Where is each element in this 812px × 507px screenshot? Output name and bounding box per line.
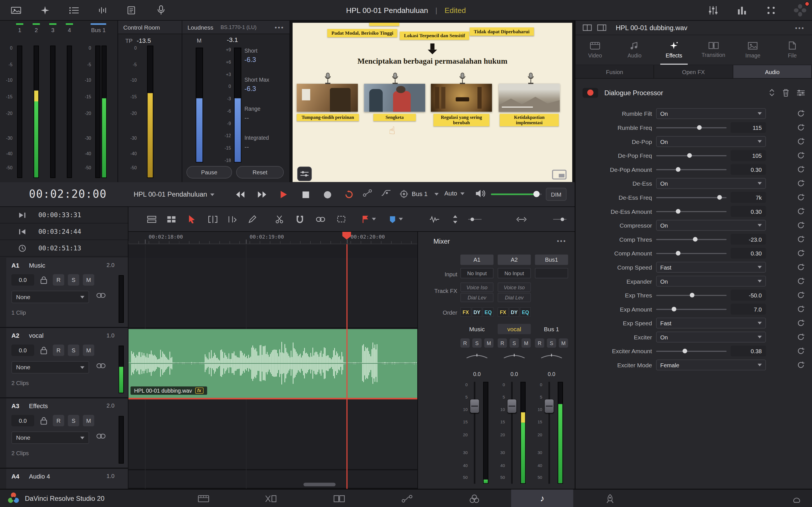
fast-forward-button[interactable] [256, 188, 268, 201]
mixer-options-icon[interactable]: ••• [557, 237, 566, 245]
zoom-slider-icon[interactable] [468, 212, 481, 226]
fader-knob[interactable] [545, 399, 553, 413]
snap-magnet-icon[interactable] [293, 212, 307, 226]
arm-button[interactable]: R [53, 344, 64, 356]
strip-M[interactable]: M [484, 338, 493, 348]
param-value[interactable]: 0.30 [731, 248, 766, 259]
param-select[interactable]: Fast [656, 262, 766, 273]
tab-file[interactable]: File [772, 35, 812, 65]
plugin-enable-toggle[interactable] [582, 88, 598, 98]
param-slider[interactable] [656, 155, 726, 156]
reset-icon[interactable] [797, 221, 805, 229]
pause-button[interactable]: Pause [186, 166, 232, 179]
solo-button[interactable]: S [68, 344, 79, 356]
slider-knob[interactable] [717, 195, 722, 200]
slider-knob[interactable] [690, 293, 695, 297]
track-height-icon[interactable] [449, 212, 462, 226]
param-select[interactable]: On [656, 220, 766, 231]
mute-button[interactable]: M [83, 344, 94, 356]
media-pool-icon[interactable] [8, 4, 24, 16]
cue-timecode[interactable]: 00:00:33:31 [38, 211, 81, 219]
reset-icon[interactable] [797, 361, 805, 369]
slider-knob[interactable] [697, 125, 702, 130]
meter-channel-4[interactable]: 4 [62, 23, 77, 33]
strip-R[interactable]: R [460, 338, 470, 348]
pen-tool-icon[interactable] [246, 212, 259, 226]
mixer-toggle-icon[interactable] [705, 4, 721, 16]
expand-viewer-icon[interactable] [552, 170, 566, 179]
meter-channel-3[interactable]: 3 [46, 23, 60, 33]
track-effects-dropdown[interactable]: None [11, 291, 89, 303]
lane-a3[interactable] [129, 399, 417, 470]
param-value[interactable]: 0.30 [731, 164, 766, 175]
tab-transition[interactable]: Transition [694, 35, 733, 65]
index-icon[interactable] [66, 4, 82, 16]
cue-timecode[interactable]: 00:02:51:13 [38, 244, 81, 252]
link-icon[interactable] [96, 363, 106, 368]
timeline-tracks[interactable]: HPL 00-01 dubbing.wav fx [129, 244, 417, 489]
subtab-fusion[interactable]: Fusion [575, 65, 654, 78]
cue-row[interactable]: 00:02:51:13 [0, 240, 128, 257]
param-value[interactable]: 0.30 [731, 206, 766, 217]
panel-layout-icon[interactable] [597, 24, 606, 31]
timeline-scrollbar[interactable] [129, 482, 417, 488]
timeline-view-options-icon[interactable] [145, 212, 158, 226]
play-button[interactable] [277, 188, 290, 201]
track-fx-slot[interactable]: Dial Lev [498, 293, 531, 302]
viewer-settings-button[interactable] [297, 166, 312, 181]
input-selector[interactable] [535, 268, 568, 278]
speaker-icon[interactable] [475, 189, 487, 198]
strip-S[interactable]: S [472, 338, 481, 348]
strip-M[interactable]: M [559, 338, 568, 348]
scrollbar-thumb[interactable] [303, 483, 336, 487]
order-dy[interactable]: DY [509, 307, 520, 317]
automation-write-icon[interactable] [381, 188, 392, 198]
resolve-logo-icon[interactable] [794, 4, 807, 17]
order-dy[interactable]: DY [472, 307, 483, 317]
reset-icon[interactable] [797, 319, 805, 327]
monitor-volume-slider[interactable] [491, 193, 542, 195]
param-select[interactable]: On [656, 178, 766, 189]
input-selector[interactable]: No Input [460, 268, 494, 278]
solo-button[interactable]: S [68, 274, 79, 285]
reset-icon[interactable] [797, 249, 805, 257]
strip-header[interactable]: Bus1 [535, 255, 568, 265]
param-slider[interactable] [656, 252, 726, 254]
effects-library-icon[interactable] [37, 4, 53, 16]
dual-viewer-icon[interactable] [582, 24, 592, 31]
link-icon[interactable] [96, 434, 106, 439]
track-name[interactable]: Music [29, 262, 45, 269]
cue-timecode[interactable]: 00:03:24:44 [38, 228, 81, 235]
track-volume[interactable]: 0.0 [11, 344, 34, 356]
track-header-a3[interactable]: A3 Effects 2.0 0.0 R S M None 2 Clips [0, 398, 128, 469]
reset-icon[interactable] [797, 110, 805, 117]
delete-plugin-icon[interactable] [782, 89, 789, 97]
pan-control[interactable] [498, 352, 531, 360]
tab-video[interactable]: Video [575, 35, 615, 65]
param-value[interactable]: 7k [731, 192, 766, 203]
reset-icon[interactable] [797, 277, 805, 285]
param-slider[interactable] [656, 169, 726, 170]
link-clips-icon[interactable] [314, 212, 327, 226]
mute-button[interactable]: M [83, 274, 94, 285]
param-slider[interactable] [656, 295, 726, 296]
slider-knob[interactable] [676, 251, 680, 256]
loop-button[interactable] [343, 188, 355, 201]
reset-icon[interactable] [797, 138, 805, 146]
cue-row[interactable]: 00:00:33:31 [0, 207, 128, 224]
reset-icon[interactable] [797, 193, 805, 202]
page-media-icon[interactable] [196, 492, 211, 506]
param-value[interactable]: 105 [731, 150, 766, 161]
slider-knob[interactable] [672, 306, 677, 311]
arm-button[interactable]: R [53, 415, 64, 426]
marquee-select-icon[interactable] [335, 212, 348, 226]
slider-knob[interactable] [676, 167, 680, 172]
param-select[interactable]: Female [656, 360, 766, 371]
zoom-knob-icon[interactable] [553, 212, 567, 226]
slider-knob[interactable] [693, 237, 698, 241]
pointer-tool-icon[interactable] [186, 212, 199, 226]
param-slider[interactable] [656, 309, 726, 310]
param-value[interactable]: 0.38 [731, 346, 766, 356]
reset-icon[interactable] [797, 263, 805, 271]
reset-icon[interactable] [797, 235, 805, 243]
